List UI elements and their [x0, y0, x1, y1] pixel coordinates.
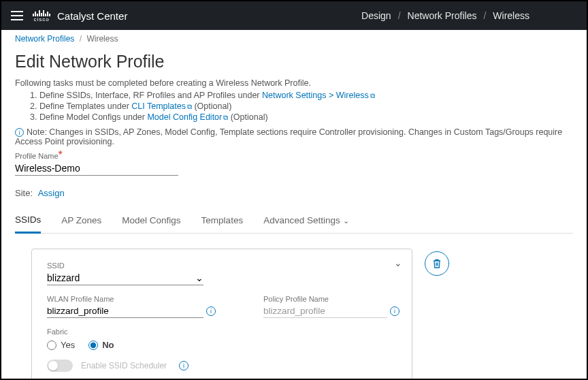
ssid-card-row: ⌄ SSID blizzard ⌄ WLAN Profile Name i P	[31, 249, 573, 380]
info-icon[interactable]: i	[206, 306, 216, 316]
required-mark: *	[59, 149, 63, 161]
crumb-design[interactable]: Design	[361, 10, 391, 21]
fabric-no-label: No	[102, 340, 114, 350]
profile-names-row: WLAN Profile Name i Policy Profile Name …	[47, 295, 397, 328]
crumb-network-profiles[interactable]: Network Profiles	[15, 34, 74, 44]
tab-ap-zones[interactable]: AP Zones	[61, 211, 101, 232]
info-icon[interactable]: i	[179, 361, 189, 370]
fabric-yes-label: Yes	[61, 340, 75, 350]
wlan-profile-field: WLAN Profile Name i	[47, 295, 216, 318]
ssid-value: blizzard	[47, 272, 80, 283]
policy-profile-input	[263, 304, 387, 318]
fabric-label: Fabric	[47, 328, 397, 336]
sub-breadcrumb: Network Profiles / Wireless	[1, 30, 587, 46]
profile-name-label: Profile Name	[15, 152, 59, 160]
external-icon: ⧉	[187, 103, 192, 110]
chevron-down-icon: ⌄	[343, 217, 349, 225]
page-title: Edit Network Profile	[15, 52, 573, 72]
tab-templates[interactable]: Templates	[201, 211, 244, 232]
note-row: iNote: Changes in SSIDs, AP Zones, Model…	[15, 127, 573, 146]
step-2: Define Templates under CLI Templates⧉ (O…	[39, 101, 573, 111]
fabric-field: Fabric Yes No	[47, 328, 397, 350]
fabric-no-radio[interactable]: No	[88, 340, 114, 350]
cli-templates-link[interactable]: CLI Templates	[131, 101, 186, 111]
site-label: Site:	[15, 188, 33, 198]
trash-icon	[432, 258, 442, 269]
tab-advanced[interactable]: Advanced Settings⌄	[263, 211, 349, 232]
intro-text: Following tasks must be completed before…	[15, 78, 573, 88]
cisco-logo: cisco	[33, 10, 50, 22]
info-icon[interactable]: i	[390, 306, 399, 316]
ssid-label: SSID	[47, 262, 397, 270]
crumb-sep: /	[483, 10, 486, 21]
site-row: Site: Assign	[15, 188, 573, 198]
top-bar: cisco Catalyst Center Design / Network P…	[1, 1, 587, 30]
fabric-radio-group: Yes No	[47, 340, 397, 350]
profile-name-field: Profile Name*	[15, 149, 573, 176]
ssid-card: ⌄ SSID blizzard ⌄ WLAN Profile Name i P	[31, 249, 412, 380]
step1-text: Define SSIDs, Interface, RF Profiles and…	[39, 91, 262, 100]
fabric-yes-radio[interactable]: Yes	[47, 340, 75, 350]
collapse-icon[interactable]: ⌄	[394, 257, 402, 268]
crumb-current: Wireless	[86, 34, 118, 44]
delete-button[interactable]	[425, 251, 449, 276]
step3-text: Define Model Configs under	[39, 112, 147, 122]
tab-advanced-label: Advanced Settings	[263, 215, 340, 225]
content: Edit Network Profile Following tasks mus…	[1, 46, 587, 380]
crumb-sep: /	[398, 10, 401, 21]
ssid-select[interactable]: blizzard ⌄	[47, 271, 203, 285]
crumb-profiles[interactable]: Network Profiles	[408, 10, 477, 21]
note-text: Note: Changes in SSIDs, AP Zones, Model …	[15, 127, 562, 146]
model-config-link[interactable]: Model Config Editor	[147, 112, 222, 122]
wlan-profile-input[interactable]	[47, 304, 203, 318]
policy-profile-field: Policy Profile Name i	[263, 295, 399, 318]
step2-text: Define Templates under	[39, 101, 131, 111]
profile-name-input[interactable]	[15, 161, 178, 176]
crumb-sep: /	[80, 34, 82, 44]
crumb-wireless[interactable]: Wireless	[493, 10, 529, 21]
external-icon: ⧉	[370, 92, 375, 99]
policy-label: Policy Profile Name	[263, 295, 399, 303]
tab-ssids[interactable]: SSIDs	[15, 210, 41, 234]
scheduler-toggle[interactable]	[47, 360, 73, 372]
step3-optional: (Optional)	[228, 112, 267, 122]
top-breadcrumb: Design / Network Profiles / Wireless	[361, 10, 529, 21]
scheduler-label: Enable SSID Scheduler	[81, 361, 167, 370]
chevron-down-icon: ⌄	[195, 272, 203, 283]
wlan-label: WLAN Profile Name	[47, 295, 216, 303]
step2-optional: (Optional)	[192, 101, 231, 111]
steps-list: Define SSIDs, Interface, RF Profiles and…	[15, 91, 573, 122]
network-settings-link[interactable]: Network Settings > Wireless	[262, 91, 369, 100]
scheduler-row: Enable SSID Scheduler i	[47, 360, 397, 372]
step-1: Define SSIDs, Interface, RF Profiles and…	[39, 91, 573, 100]
logo-text: cisco	[33, 17, 49, 22]
info-icon: i	[15, 128, 24, 137]
product-name: Catalyst Center	[57, 10, 127, 22]
step-3: Define Model Configs under Model Config …	[39, 112, 573, 122]
ssid-field: SSID blizzard ⌄	[47, 262, 397, 285]
assign-site-link[interactable]: Assign	[38, 188, 65, 198]
tabs: SSIDs AP Zones Model Configs Templates A…	[15, 210, 573, 234]
tab-model-configs[interactable]: Model Configs	[122, 211, 180, 232]
menu-icon[interactable]	[11, 11, 23, 20]
